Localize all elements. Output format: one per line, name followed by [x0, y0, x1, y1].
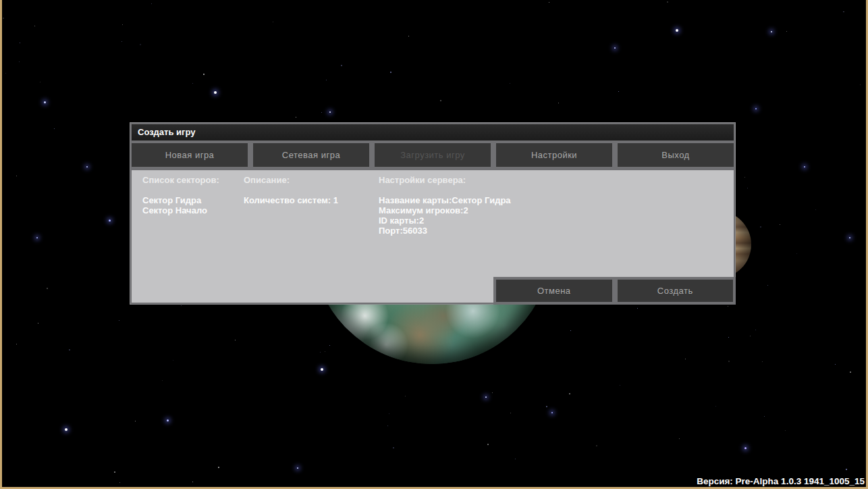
star: [408, 36, 409, 36]
star: [16, 344, 17, 344]
bright-star: [44, 101, 46, 103]
star: [815, 209, 816, 210]
star: [780, 224, 780, 225]
star: [510, 83, 510, 84]
star: [487, 444, 489, 445]
create-game-panel: Список секторов: Сектор Гидра Сектор Нач…: [132, 170, 734, 303]
star: [679, 438, 680, 439]
star: [389, 413, 389, 414]
star: [728, 306, 728, 307]
star: [549, 2, 549, 3]
version-label: Версия: Pre-Alpha 1.0.3 1941_1005_15: [697, 476, 865, 486]
star: [393, 447, 394, 448]
create-game-dialog: Создать игру Новая игра Сетевая игра Заг…: [130, 122, 736, 305]
star: [570, 330, 571, 331]
star: [744, 177, 745, 178]
bright-star: [36, 237, 38, 238]
bright-star: [849, 237, 850, 238]
star: [192, 83, 193, 84]
main-menu-bar: Новая игра Сетевая игра Загрузить игру Н…: [132, 143, 734, 167]
description-line: Количество систем: 1: [244, 195, 338, 205]
star: [860, 84, 861, 85]
star: [667, 1, 668, 3]
star: [786, 31, 787, 32]
server-settings-column: Настройки сервера: Название карты:Сектор…: [379, 175, 511, 236]
bright-star: [771, 31, 772, 32]
bright-star: [86, 166, 88, 168]
bright-star: [167, 419, 169, 421]
settings-button[interactable]: Настройки: [496, 143, 612, 167]
bright-star: [804, 166, 805, 168]
star: [320, 352, 321, 353]
star: [440, 100, 441, 101]
network-game-button[interactable]: Сетевая игра: [253, 143, 369, 167]
server-map-name: Название карты:Сектор Гидра: [379, 195, 511, 205]
star: [19, 61, 20, 62]
star: [390, 72, 391, 73]
star: [54, 128, 55, 129]
star: [835, 364, 836, 365]
server-port: Порт:56033: [379, 226, 511, 236]
star: [181, 305, 182, 306]
cancel-button[interactable]: Отмена: [496, 280, 612, 302]
star: [329, 345, 330, 346]
star: [135, 421, 136, 421]
star: [235, 340, 236, 340]
bright-star: [321, 368, 323, 371]
star: [492, 392, 493, 393]
star: [596, 445, 597, 446]
star: [750, 336, 751, 336]
sector-list-item[interactable]: Сектор Гидра: [142, 195, 219, 205]
bright-star: [755, 108, 757, 109]
star: [747, 188, 748, 188]
bright-star: [485, 396, 487, 398]
bright-star: [65, 428, 67, 431]
game-screen: Создать игру Новая игра Сетевая игра Заг…: [0, 0, 868, 489]
star: [40, 82, 40, 82]
star: [387, 426, 388, 426]
new-game-button[interactable]: Новая игра: [132, 143, 248, 167]
star: [844, 11, 844, 12]
star: [728, 361, 730, 362]
star: [341, 65, 342, 66]
create-button[interactable]: Создать: [618, 280, 734, 302]
sector-list-column: Список секторов: Сектор Гидра Сектор Нач…: [142, 175, 219, 215]
bright-star: [744, 447, 747, 449]
star: [203, 74, 205, 75]
star: [114, 471, 115, 473]
star: [764, 416, 765, 417]
star: [618, 91, 619, 92]
star: [20, 43, 20, 43]
sector-list-item[interactable]: Сектор Начало: [142, 205, 219, 215]
star: [760, 226, 761, 228]
bright-star: [551, 412, 553, 413]
sector-list-header: Список секторов:: [142, 175, 219, 185]
dialog-action-bar: Отмена Создать: [493, 277, 736, 305]
description-column: Описание: Количество систем: 1: [244, 175, 338, 205]
star: [405, 396, 406, 396]
star: [69, 349, 70, 351]
star: [846, 469, 847, 470]
star: [785, 430, 786, 431]
star: [47, 288, 48, 289]
star: [321, 112, 322, 113]
exit-button[interactable]: Выход: [618, 143, 734, 167]
star: [326, 80, 327, 80]
star: [16, 176, 17, 176]
bright-star: [297, 467, 298, 469]
star: [119, 320, 119, 321]
server-settings-header: Настройки сервера:: [379, 175, 511, 185]
star: [173, 360, 173, 361]
star: [685, 359, 686, 359]
star: [122, 24, 123, 25]
star: [510, 413, 511, 413]
star: [5, 73, 6, 74]
star: [796, 253, 797, 254]
star: [34, 26, 35, 26]
star: [767, 285, 768, 286]
star: [515, 459, 516, 459]
star: [558, 103, 559, 103]
star: [637, 308, 638, 309]
star: [162, 380, 163, 381]
star: [728, 337, 729, 338]
